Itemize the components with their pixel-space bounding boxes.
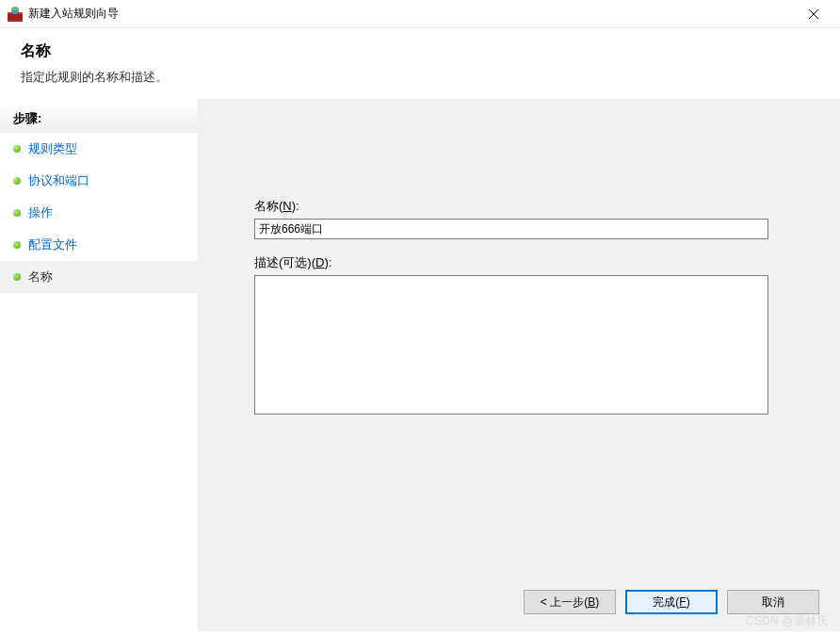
name-input[interactable] (254, 219, 768, 239)
window-title: 新建入站规则向导 (28, 6, 795, 22)
steps-header: 步骤: (0, 105, 198, 133)
page-title: 名称 (21, 41, 819, 61)
bullet-icon (13, 273, 21, 281)
footer-buttons: < 上一步(B) 完成(F) 取消 (524, 590, 819, 614)
bullet-icon (13, 241, 21, 249)
sidebar-item-name[interactable]: 名称 (0, 261, 198, 293)
bullet-icon (13, 177, 21, 185)
sidebar-item-profile[interactable]: 配置文件 (0, 229, 198, 261)
description-label: 描述(可选)(D): (254, 254, 793, 271)
bullet-icon (13, 145, 21, 153)
close-button[interactable] (795, 1, 832, 27)
sidebar-item-label: 配置文件 (28, 236, 77, 253)
sidebar-item-label: 协议和端口 (28, 172, 89, 189)
sidebar: 步骤: 规则类型 协议和端口 操作 配置文件 名称 (0, 99, 198, 631)
description-row: 描述(可选)(D): (254, 254, 793, 417)
finish-button[interactable]: 完成(F) (625, 590, 718, 614)
sidebar-item-label: 操作 (28, 204, 53, 221)
name-row: 名称(N): (254, 198, 793, 239)
sidebar-item-protocol-port[interactable]: 协议和端口 (0, 165, 198, 197)
body: 步骤: 规则类型 协议和端口 操作 配置文件 名称 名称(N): (0, 99, 840, 631)
sidebar-item-action[interactable]: 操作 (0, 197, 198, 229)
firewall-icon (8, 7, 23, 22)
close-icon (809, 9, 818, 19)
bullet-icon (13, 209, 21, 217)
sidebar-item-label: 名称 (28, 269, 53, 285)
description-input[interactable] (254, 275, 768, 415)
sidebar-item-rule-type[interactable]: 规则类型 (0, 133, 198, 165)
cancel-button[interactable]: 取消 (727, 590, 819, 614)
main-panel: 名称(N): 描述(可选)(D): < 上一步(B) 完成(F) 取消 (198, 99, 840, 631)
sidebar-item-label: 规则类型 (28, 140, 77, 157)
back-button[interactable]: < 上一步(B) (524, 590, 616, 614)
name-label: 名称(N): (254, 198, 793, 215)
header: 名称 (0, 28, 840, 65)
titlebar: 新建入站规则向导 (0, 0, 840, 28)
page-subtitle: 指定此规则的名称和描述。 (0, 65, 840, 99)
